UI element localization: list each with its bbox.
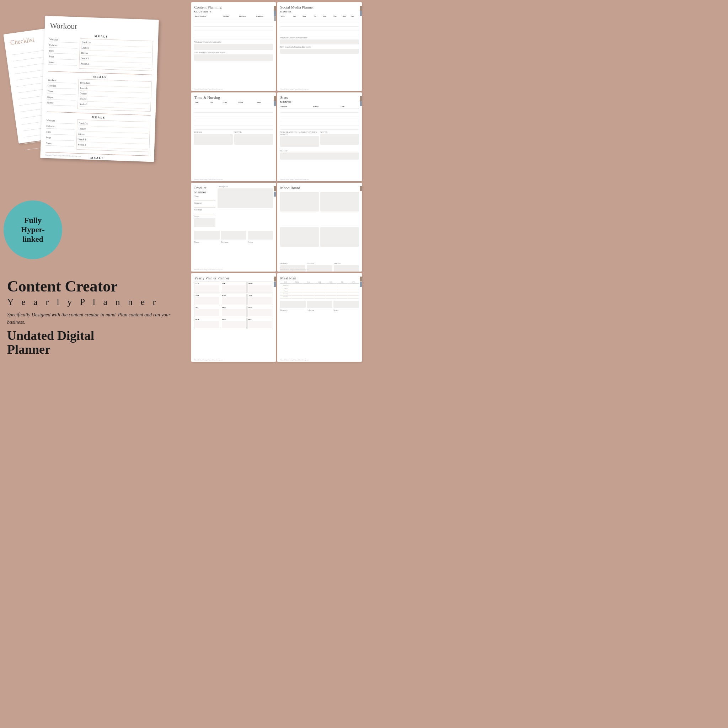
wtab-2: JUN (158, 32, 159, 38)
pp-b1: Name (194, 231, 219, 244)
cp-tabs (274, 6, 276, 21)
sm-col-tue: Tue (313, 15, 322, 18)
mood-colours-box (307, 265, 332, 272)
mood-box1 (280, 192, 319, 211)
mt-box1 (280, 301, 306, 308)
field-calories-3: Calories (46, 124, 75, 130)
tn-hiring-label: HIRING (194, 131, 233, 133)
sm-ctab-1 (360, 6, 362, 11)
product-left: Product Planner Time Category Sub-type N… (194, 185, 216, 229)
cp-row-3 (194, 27, 273, 31)
field-time-2: Time (47, 89, 76, 95)
teal-text: Fully Hyper- linked (21, 216, 44, 244)
pp-desc-label: Description (217, 185, 273, 188)
card-meal-plan: Meal Plan SUN Breakfast Lunch Dinner Sna… (277, 273, 362, 362)
st-col-platform: Platform (280, 105, 312, 109)
workout-left-4: Workout Calories Time Steps Notes (44, 159, 73, 162)
st-ctab-2 (360, 101, 362, 106)
card-stats: Stats MONTH Platform Metrics Goal NEW BR… (277, 92, 362, 181)
stats-noted-box (320, 134, 359, 145)
tn-ctab-1 (274, 96, 276, 101)
bottom-title: Undated DigitalPlanner (7, 329, 178, 357)
ctab-3 (274, 16, 276, 21)
card-content-planning-subtitle: CLUSTER 4 (194, 10, 273, 13)
pp-box3 (248, 231, 273, 240)
pp-notes: Notes (194, 216, 216, 217)
sm-what-label: What are Clusters/how describe (280, 37, 359, 39)
pp-desc-box (217, 188, 273, 208)
st-row-3 (280, 117, 359, 121)
card-mood-board: Mood Board Monthly Colours Themes Plan (277, 183, 362, 272)
st-row-2 (280, 113, 359, 117)
mood-b3: Themes (334, 262, 359, 272)
ctab-2 (274, 11, 276, 16)
cp-col-captions: Captions (256, 15, 273, 18)
month-jan: JAN (194, 281, 220, 293)
st-ctab-1 (360, 96, 362, 101)
field-time-3: Time (46, 130, 74, 135)
tn-row-5 (194, 121, 273, 125)
field-steps-2: Steps (47, 95, 76, 101)
workout-meals-2: Breakfast Launch Dinner Snack 1 Snake 2 (78, 79, 152, 112)
mt-box2 (307, 301, 332, 308)
wtab-1: MAY (159, 25, 159, 32)
card-product-title: Product Planner (194, 185, 216, 194)
workout-page: Workout MEALS Workout Calories Time Step… (40, 16, 159, 162)
month-aug: AUG (221, 306, 247, 317)
wtab-10: GOALS (156, 86, 159, 92)
pp-watermark: Planned Chaos Living | PlannedChaosLivin… (194, 269, 223, 271)
wtab-6: OCT (157, 59, 159, 66)
st-row-5 (280, 125, 359, 130)
yr-watermark: Planned Chaos Living | PlannedChaosLivin… (194, 359, 223, 361)
meal-watermark: Planned Chaos Living | PlannedChaosLivin… (280, 359, 309, 361)
card-meal-title: Meal Plan (280, 276, 359, 280)
teal-line1: Fully (24, 216, 41, 225)
ctab-1 (274, 6, 276, 11)
mb-watermark: Planned Chaos Living | PlannedChaosLivin… (280, 269, 309, 271)
stats-noted2-box (280, 153, 359, 160)
stats-watermark: Planned Chaos Living | PlannedChaosLivin… (280, 179, 309, 180)
card-mood-title: Mood Board (280, 185, 359, 190)
sm-watermark: Planned Chaos Living | PlannedChaosLivin… (280, 88, 309, 90)
sm-box1 (280, 40, 359, 44)
sm-tabs (360, 6, 362, 16)
cp-row-5 (194, 35, 273, 40)
mood-monthly-box (280, 265, 305, 272)
tn-row-3 (194, 113, 273, 117)
sm-col-sat: Sat (351, 15, 359, 18)
stats-collab-label: NEW BRAND COLLABORATION THIS MONTH (280, 131, 319, 135)
field-steps-1: Steps (49, 54, 77, 60)
cp-row-2 (194, 22, 273, 27)
mt-box3 (333, 301, 359, 308)
field-time-1: Time (49, 49, 77, 54)
sm-collab-label: New brand collaboration this month (280, 46, 359, 48)
card-yearly-title: Yearly Plan & Planner (194, 276, 273, 280)
field-calories-1: Calories (49, 43, 78, 49)
tn-noted-label: NOTED (234, 131, 273, 133)
meal-total2: Calories (307, 301, 332, 312)
tn-row-4 (194, 117, 273, 121)
mood-box4 (320, 227, 359, 247)
sm-col-sun: Sun (293, 15, 303, 18)
description: Specifically Designed with the content c… (7, 311, 178, 326)
field-workout-3: Workout (47, 118, 75, 124)
wtab-3: JUL (158, 39, 159, 45)
day-mon: MON (292, 281, 303, 298)
wtab-4: AUG (158, 46, 159, 52)
card-content-planning: Content Planning CLUSTER 4 Topic / Conte… (191, 2, 276, 91)
card-content-planning-title: Content Planning (194, 5, 273, 9)
workout-section-2: MEALS Workout Calories Time Steps Notes … (47, 73, 152, 112)
sm-row-1 (280, 18, 359, 22)
day-tue: TUE (303, 281, 314, 298)
wtab-8: DEC (157, 72, 159, 79)
cp-box1 (194, 44, 273, 50)
content-planning-table: Topic / Content Monday Platform Captions (194, 15, 273, 40)
sm-notes: What are Clusters/how describe New brand… (280, 37, 359, 54)
pp-box1 (194, 231, 219, 240)
day-wed: WED (314, 281, 325, 298)
pp-time: Time (194, 195, 216, 197)
mt-label3: Notes (333, 309, 359, 311)
cp-notes-area: What are Clusters/how describe New brand… (194, 41, 273, 61)
workout-meals-1: Breakfast Launch Dinner Snack 1 Snake 2 (79, 38, 153, 71)
cp-row-4 (194, 31, 273, 35)
